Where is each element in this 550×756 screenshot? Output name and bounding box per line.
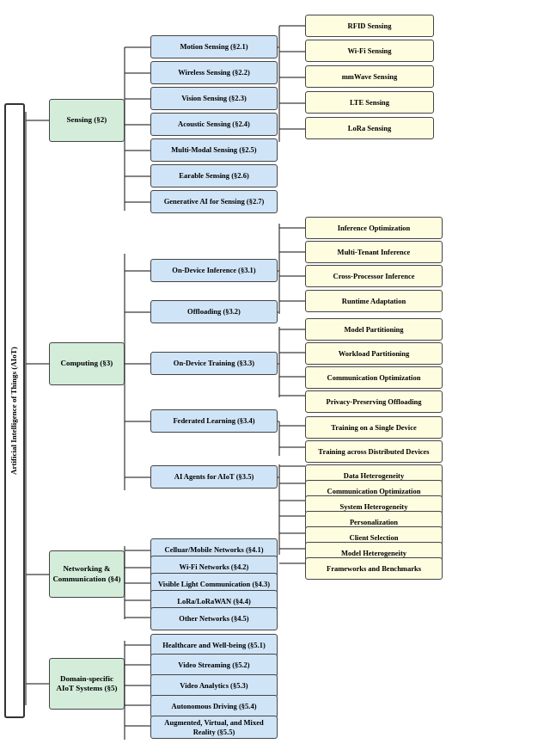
root-node: Artificial Intelligence of Things (AIoT) xyxy=(4,103,25,718)
l4-runtime-adapt-label: Runtime Adaptation xyxy=(342,297,406,306)
l3-motion: Motion Sensing (§2.1) xyxy=(150,35,278,58)
l3-acoustic-label: Acoustic Sensing (§2.4) xyxy=(178,120,250,129)
l4-model-part-label: Model Partitioning xyxy=(344,325,403,335)
l3-wireless: Wireless Sensing (§2.2) xyxy=(150,61,278,84)
l3-ondevice-inf: On-Device Inference (§3.1) xyxy=(150,259,278,282)
l2-sensing-label: Sensing (§2) xyxy=(67,115,107,125)
l3-generative-label: Generative AI for Sensing (§2.7) xyxy=(164,197,265,206)
l4-comm-opt-label: Communication Optimization xyxy=(327,373,421,383)
l4-data-het-label: Data Heterogeneity xyxy=(344,471,404,481)
l2-computing: Computing (§3) xyxy=(49,342,125,385)
l3-multimodal: Multi-Modal Sensing (§2.5) xyxy=(150,138,278,162)
l4-rfid-label: RFID Sensing xyxy=(348,22,392,31)
root-label: Artificial Intelligence of Things (AIoT) xyxy=(9,347,19,475)
l3-vision: Vision Sensing (§2.3) xyxy=(150,87,278,110)
l2-networking: Networking & Communication (§4) xyxy=(49,550,125,598)
l3-lora-label: LoRa/LoRaWAN (§4.4) xyxy=(177,597,250,606)
l3-offloading-label: Offloading (§3.2) xyxy=(187,307,241,317)
l3-earable: Earable Sensing (§2.6) xyxy=(150,164,278,187)
l3-cellular-label: Celluar/Mobile Networks (§4.1) xyxy=(165,545,264,555)
l4-cross-proc: Cross-Processor Inference xyxy=(305,265,443,287)
l2-domain: Domain-specific AIoT Systems (§5) xyxy=(49,658,125,710)
l3-acoustic: Acoustic Sensing (§2.4) xyxy=(150,113,278,136)
l4-frameworks-label: Frameworks and Benchmarks xyxy=(327,564,421,574)
l3-wireless-label: Wireless Sensing (§2.2) xyxy=(178,68,250,77)
l3-other-net: Other Networks (§4.5) xyxy=(150,607,278,630)
l4-frameworks: Frameworks and Benchmarks xyxy=(305,557,443,580)
l3-ar-vr: Augmented, Virtual, and Mixed Reality (§… xyxy=(150,716,278,739)
l3-ondevice-inf-label: On-Device Inference (§3.1) xyxy=(172,266,255,275)
l3-wifi-label: Wi-Fi Networks (§4.2) xyxy=(180,562,249,572)
l3-earable-label: Earable Sensing (§2.6) xyxy=(179,171,248,181)
l3-ai-agents-label: AI Agents for AIoT (§3.5) xyxy=(174,472,254,482)
l2-domain-label: Domain-specific AIoT Systems (§5) xyxy=(52,674,121,694)
l4-lte-label: LTE Sensing xyxy=(350,98,389,108)
l3-auto-drive: Autonomous Driving (§5.4) xyxy=(150,695,278,718)
l4-comm-opt2-label: Communication Optimization xyxy=(327,487,421,496)
l3-video-analytics-label: Video Analytics (§5.3) xyxy=(180,681,248,691)
l4-runtime-adapt: Runtime Adaptation xyxy=(305,290,443,312)
l4-train-dist: Training across Distributed Devices xyxy=(305,440,443,463)
l3-ondevice-train-label: On-Device Training (§3.3) xyxy=(174,359,254,368)
l4-wifi-sensing: Wi-Fi Sensing xyxy=(305,40,434,62)
l3-multimodal-label: Multi-Modal Sensing (§2.5) xyxy=(171,145,256,155)
l4-inf-opt-label: Inference Optimization xyxy=(338,224,411,233)
l4-inf-opt: Inference Optimization xyxy=(305,217,443,239)
l3-generative: Generative AI for Sensing (§2.7) xyxy=(150,190,278,213)
l4-train-single-label: Training on a Single Device xyxy=(331,423,417,433)
l4-cross-proc-label: Cross-Processor Inference xyxy=(333,272,415,281)
l3-ar-vr-label: Augmented, Virtual, and Mixed Reality (§… xyxy=(154,718,274,736)
l4-model-part: Model Partitioning xyxy=(305,318,443,341)
l3-motion-label: Motion Sensing (§2.1) xyxy=(180,42,248,52)
l3-auto-drive-label: Autonomous Driving (§5.4) xyxy=(172,702,257,711)
l3-healthcare-label: Healthcare and Well-being (§5.1) xyxy=(162,641,266,650)
l4-rfid: RFID Sensing xyxy=(305,15,434,37)
l3-federated-label: Federated Learning (§3.4) xyxy=(173,416,254,426)
l2-sensing: Sensing (§2) xyxy=(49,99,125,142)
l4-sys-het-label: System Heterogeneity xyxy=(340,502,408,512)
l4-lte: LTE Sensing xyxy=(305,91,434,114)
l2-computing-label: Computing (§3) xyxy=(61,359,113,368)
l4-multi-tenant-label: Multi-Tenant Inference xyxy=(338,248,411,257)
l4-wifi-sensing-label: Wi-Fi Sensing xyxy=(347,46,391,56)
l4-privacy-off: Privacy-Preserving Offloading xyxy=(305,390,443,413)
l3-other-net-label: Other Networks (§4.5) xyxy=(179,614,248,624)
l3-vlc-label: Visible Light Communication (§4.3) xyxy=(158,580,270,589)
l3-ondevice-train: On-Device Training (§3.3) xyxy=(150,352,278,375)
l4-model-het-label: Model Heterogeneity xyxy=(341,549,406,558)
l4-workload-part-label: Workload Partitioning xyxy=(339,349,409,359)
l3-offloading: Offloading (§3.2) xyxy=(150,300,278,323)
l3-ai-agents: AI Agents for AIoT (§3.5) xyxy=(150,465,278,489)
l4-train-single: Training on a Single Device xyxy=(305,416,443,439)
l4-multi-tenant: Multi-Tenant Inference xyxy=(305,241,443,263)
l3-federated: Federated Learning (§3.4) xyxy=(150,409,278,433)
l3-video-stream-label: Video Streaming (§5.2) xyxy=(178,661,249,670)
l4-workload-part: Workload Partitioning xyxy=(305,342,443,365)
l4-train-dist-label: Training across Distributed Devices xyxy=(318,447,429,457)
l4-privacy-off-label: Privacy-Preserving Offloading xyxy=(326,397,421,407)
l4-lora-sensing: LoRa Sensing xyxy=(305,117,434,139)
l2-networking-label: Networking & Communication (§4) xyxy=(52,564,121,584)
l4-mmwave: mmWave Sensing xyxy=(305,65,434,88)
l3-video-stream: Video Streaming (§5.2) xyxy=(150,654,278,677)
l4-lora-sensing-label: LoRa Sensing xyxy=(348,124,391,133)
l4-comm-opt: Communication Optimization xyxy=(305,366,443,389)
l3-video-analytics: Video Analytics (§5.3) xyxy=(150,674,278,698)
l4-mmwave-label: mmWave Sensing xyxy=(342,72,397,82)
l4-personalization-label: Personalization xyxy=(350,518,398,527)
l4-client-sel-label: Client Selection xyxy=(350,533,399,543)
l3-vision-label: Vision Sensing (§2.3) xyxy=(181,94,247,103)
